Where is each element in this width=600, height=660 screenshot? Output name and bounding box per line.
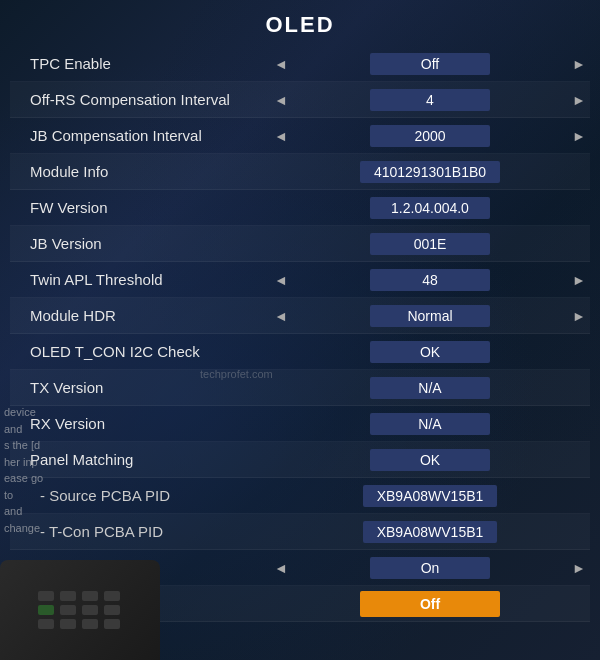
remote-btn-8 <box>104 605 120 615</box>
value-jb-compensation: 2000 <box>370 125 490 147</box>
arrow-right-pnwash-keylock[interactable]: ► <box>568 560 590 576</box>
value-col-tx-version: N/A <box>292 377 568 399</box>
value-col-panel-matching: OK <box>292 449 568 471</box>
value-col-jb-version: 001E <box>292 233 568 255</box>
arrow-right-tpc-enable[interactable]: ► <box>568 56 590 72</box>
menu-row-offrs-compensation[interactable]: Off-RS Compensation Interval◄4► <box>10 82 590 118</box>
menu-row-fw-version[interactable]: FW Version1.2.04.004.0 <box>10 190 590 226</box>
value-col-fw-version: 1.2.04.004.0 <box>292 197 568 219</box>
remote-btn-2 <box>60 591 76 601</box>
remote-btn-10 <box>60 619 76 629</box>
left-overlay-line: ease go to <box>4 470 54 503</box>
menu-title: OLED <box>10 0 590 46</box>
menu-row-rx-version[interactable]: RX VersionN/A <box>10 406 590 442</box>
value-tpc-enable: Off <box>370 53 490 75</box>
value-col-offrs-compensation: 4 <box>292 89 568 111</box>
value-col-source-pcba: XB9A08WV15B1 <box>292 485 568 507</box>
value-col-twin-apl: 48 <box>292 269 568 291</box>
menu-row-tcon-pcba[interactable]: - T-Con PCBA PIDXB9A08WV15B1 <box>10 514 590 550</box>
arrow-left-twin-apl[interactable]: ◄ <box>270 272 292 288</box>
left-overlay-line: her inp <box>4 454 54 471</box>
label-tx-version: TX Version <box>10 375 270 400</box>
menu-row-twin-apl[interactable]: Twin APL Threshold◄48► <box>10 262 590 298</box>
remote-btn-6 <box>60 605 76 615</box>
arrow-right-twin-apl[interactable]: ► <box>568 272 590 288</box>
value-module-hdr: Normal <box>370 305 490 327</box>
value-col-tpc-enable: Off <box>292 53 568 75</box>
left-overlay-line: and change <box>4 503 54 536</box>
menu-row-panel-matching[interactable]: Panel MatchingOK <box>10 442 590 478</box>
remote-btn-1 <box>38 591 54 601</box>
menu-row-jb-compensation[interactable]: JB Compensation Interval◄2000► <box>10 118 590 154</box>
label-offrs-compensation: Off-RS Compensation Interval <box>10 87 270 112</box>
value-pnwash-keylock: On <box>370 557 490 579</box>
value-fw-version: 1.2.04.004.0 <box>370 197 490 219</box>
label-jb-version: JB Version <box>10 231 270 256</box>
arrow-left-offrs-compensation[interactable]: ◄ <box>270 92 292 108</box>
value-tx-version: N/A <box>370 377 490 399</box>
value-col-module-info: 4101291301B1B0 <box>292 161 568 183</box>
value-col-gsr-enable: Off <box>292 591 568 617</box>
menu-row-oled-tcon[interactable]: OLED T_CON I2C CheckOK <box>10 334 590 370</box>
arrow-right-offrs-compensation[interactable]: ► <box>568 92 590 108</box>
label-module-info: Module Info <box>10 159 270 184</box>
value-jb-version: 001E <box>370 233 490 255</box>
left-overlay-line: device and <box>4 404 54 437</box>
arrow-left-module-hdr[interactable]: ◄ <box>270 308 292 324</box>
label-fw-version: FW Version <box>10 195 270 220</box>
arrow-right-jb-compensation[interactable]: ► <box>568 128 590 144</box>
value-col-module-hdr: Normal <box>292 305 568 327</box>
value-rx-version: N/A <box>370 413 490 435</box>
remote-btn-12 <box>104 619 120 629</box>
remote-btn-4 <box>104 591 120 601</box>
value-source-pcba: XB9A08WV15B1 <box>363 485 498 507</box>
left-overlay: device ands the [dher inpease go toand c… <box>0 400 58 540</box>
remote-btn-9 <box>38 619 54 629</box>
menu-row-jb-version[interactable]: JB Version001E <box>10 226 590 262</box>
arrow-left-pnwash-keylock[interactable]: ◄ <box>270 560 292 576</box>
value-col-rx-version: N/A <box>292 413 568 435</box>
remote-btn-5 <box>38 605 54 615</box>
menu-row-source-pcba[interactable]: - Source PCBA PIDXB9A08WV15B1 <box>10 478 590 514</box>
menu-row-tpc-enable[interactable]: TPC Enable◄Off► <box>10 46 590 82</box>
value-twin-apl: 48 <box>370 269 490 291</box>
value-tcon-pcba: XB9A08WV15B1 <box>363 521 498 543</box>
menu-row-module-hdr[interactable]: Module HDR◄Normal► <box>10 298 590 334</box>
label-twin-apl: Twin APL Threshold <box>10 267 270 292</box>
arrow-left-tpc-enable[interactable]: ◄ <box>270 56 292 72</box>
remote-btn-7 <box>82 605 98 615</box>
value-col-pnwash-keylock: On <box>292 557 568 579</box>
label-module-hdr: Module HDR <box>10 303 270 328</box>
remote-control-area <box>0 560 160 660</box>
value-col-jb-compensation: 2000 <box>292 125 568 147</box>
left-overlay-line: s the [d <box>4 437 54 454</box>
remote-buttons <box>38 591 122 629</box>
arrow-right-module-hdr[interactable]: ► <box>568 308 590 324</box>
arrow-left-jb-compensation[interactable]: ◄ <box>270 128 292 144</box>
label-jb-compensation: JB Compensation Interval <box>10 123 270 148</box>
label-oled-tcon: OLED T_CON I2C Check <box>10 339 270 364</box>
remote-btn-11 <box>82 619 98 629</box>
value-gsr-enable: Off <box>360 591 500 617</box>
value-col-tcon-pcba: XB9A08WV15B1 <box>292 521 568 543</box>
menu-row-tx-version[interactable]: TX VersionN/A <box>10 370 590 406</box>
menu-row-module-info[interactable]: Module Info4101291301B1B0 <box>10 154 590 190</box>
value-offrs-compensation: 4 <box>370 89 490 111</box>
value-panel-matching: OK <box>370 449 490 471</box>
value-module-info: 4101291301B1B0 <box>360 161 500 183</box>
remote-btn-3 <box>82 591 98 601</box>
value-oled-tcon: OK <box>370 341 490 363</box>
label-tpc-enable: TPC Enable <box>10 51 270 76</box>
value-col-oled-tcon: OK <box>292 341 568 363</box>
